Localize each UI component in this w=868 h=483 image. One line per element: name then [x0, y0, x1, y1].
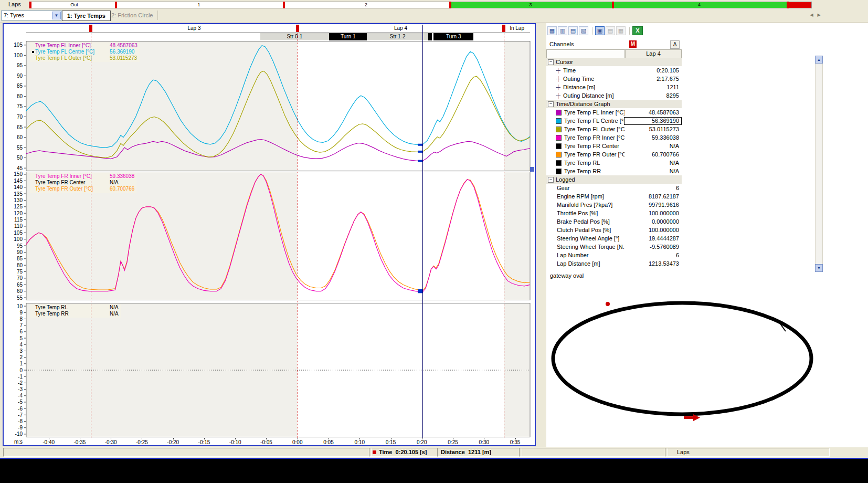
- pane-splitter-handle[interactable]: [530, 167, 534, 172]
- channel-group-label: Logged: [556, 176, 682, 183]
- legend-row[interactable]: Tyre Temp RLN/A: [32, 304, 119, 311]
- lap-strip-marker: [502, 25, 505, 32]
- export-spreadsheet-icon[interactable]: X: [632, 26, 643, 35]
- worksheet-selector[interactable]: 7: Tyres ▼: [1, 10, 62, 20]
- scroll-up-icon[interactable]: ▲: [815, 56, 823, 64]
- tab-scroll-right-icon[interactable]: ▶: [816, 12, 822, 19]
- collapse-icon[interactable]: −: [548, 59, 554, 65]
- laps-bar[interactable]: Out1234: [29, 2, 812, 8]
- tab-tyre-temps[interactable]: 1: Tyre Temps: [62, 10, 111, 21]
- cursor-icon: [555, 85, 561, 90]
- channels-header: Channels M Δ: [549, 41, 707, 48]
- lap-strip-segment[interactable]: [26, 25, 91, 33]
- channel-name: Gear: [557, 185, 624, 191]
- lap-segment[interactable]: 3: [449, 2, 612, 8]
- x-tick-label: -0:10: [229, 439, 241, 445]
- chevron-down-icon[interactable]: ▼: [52, 12, 61, 19]
- time-cursor-line[interactable]: [422, 25, 423, 438]
- channel-colour-swatch: [556, 135, 562, 141]
- channel-name: Distance [m]: [563, 84, 624, 90]
- lap-segment[interactable]: 2: [283, 2, 449, 8]
- graph-front-left-tyre-temps[interactable]: 4550556065707580859095100105Tyre Temp FL…: [4, 41, 533, 171]
- channel-value: 1213.53473: [624, 260, 682, 267]
- column-header-lap[interactable]: Lap 4: [625, 49, 682, 58]
- channel-row[interactable]: Tyre Temp RRN/A: [546, 167, 682, 175]
- svg-text:130: 130: [14, 197, 23, 203]
- scroll-down-icon[interactable]: ▼: [815, 264, 823, 272]
- channel-row[interactable]: Time0:20.105: [546, 66, 682, 75]
- channel-row[interactable]: Steering Wheel Torque [N...-9.5760089: [546, 243, 682, 251]
- legend-row[interactable]: Tyre Temp RRN/A: [32, 311, 119, 317]
- graph-rear-tyre-temps[interactable]: -10-9-8-7-6-5-4-3-2-1012345678910Tyre Te…: [4, 303, 533, 437]
- channel-name: Steering Wheel Angle [°]: [557, 235, 624, 242]
- track-section-segment[interactable]: Str 1-2: [367, 33, 428, 40]
- worksheet-display-icon[interactable]: ▧: [579, 26, 588, 35]
- legend-row[interactable]: Tyre Temp FL Outer [°C]53.0115273: [32, 55, 137, 61]
- layout-components-icon[interactable]: ▦: [547, 26, 557, 35]
- lap-strip-segment[interactable]: Lap 3: [91, 25, 297, 33]
- track-section-segment[interactable]: Str 0-1: [260, 33, 330, 40]
- channel-row[interactable]: Outing Distance [m]8295: [546, 91, 682, 100]
- lap-segment[interactable]: [787, 2, 811, 8]
- legend-row[interactable]: Tyre Temp FL Inner [°C]48.4587063: [32, 43, 137, 49]
- track-section-segment[interactable]: [428, 33, 432, 40]
- channel-row[interactable]: Tyre Temp FL Inner [°C]48.4587063: [546, 108, 682, 117]
- layout-rows-icon[interactable]: ▥: [558, 26, 567, 35]
- channel-row[interactable]: Gear6: [546, 184, 682, 192]
- channel-row[interactable]: Lap Distance [m]1213.53473: [546, 259, 682, 268]
- lap-strip-segment[interactable]: In Lap: [504, 25, 530, 33]
- lap-segment[interactable]: 4: [612, 2, 787, 8]
- graph-front-right-tyre-temps[interactable]: 5560657075808590951001051101151201251301…: [4, 172, 533, 300]
- channel-row[interactable]: Tyre Temp FR Inner [°C]59.336038: [546, 133, 682, 142]
- rear-tyre-temps-plot[interactable]: -10-9-8-7-6-5-4-3-2-1012345678910: [4, 303, 533, 437]
- legend-row[interactable]: Tyre Temp FR Outer [°C]60.700766: [32, 186, 134, 192]
- x-tick-mark: [266, 438, 267, 439]
- channel-value: -9.5760089: [624, 244, 682, 250]
- legend-row[interactable]: Tyre Temp FR CenterN/A: [32, 180, 134, 186]
- delta-mode-icon[interactable]: Δ: [670, 40, 680, 49]
- channel-row[interactable]: Distance [m]1211: [546, 83, 682, 91]
- tab-scroll-left-icon[interactable]: ◀: [808, 12, 815, 19]
- channel-row[interactable]: Tyre Temp FR Outer [°C]60.700766: [546, 150, 682, 159]
- legend-row[interactable]: Tyre Temp FL Centre [°C]56.369190: [32, 49, 137, 55]
- cursor-value-marker: [418, 291, 422, 293]
- channel-row[interactable]: Outing Time2:17.675: [546, 75, 682, 83]
- channel-row[interactable]: Tyre Temp RLN/A: [546, 159, 682, 167]
- lap-segment[interactable]: 1: [115, 2, 283, 8]
- channel-row[interactable]: Throttle Pos [%]100.000000: [546, 209, 682, 217]
- channel-row[interactable]: Steering Wheel Angle [°]19.4444287: [546, 234, 682, 243]
- channel-row[interactable]: Tyre Temp FL Centre [°C]56.369190: [546, 117, 682, 125]
- channel-row[interactable]: Tyre Temp FL Outer [°C]53.0115273: [546, 125, 682, 133]
- track-section-segment[interactable]: Turn 1: [329, 33, 367, 40]
- lap-strip-segment[interactable]: Lap 4: [298, 25, 504, 33]
- collapse-icon[interactable]: −: [548, 101, 554, 107]
- channel-group-row[interactable]: −Cursor: [546, 58, 682, 66]
- channel-row[interactable]: Lap Number6: [546, 251, 682, 259]
- channel-row[interactable]: Brake Pedal Pos [%]0.0000000: [546, 217, 682, 226]
- svg-text:4: 4: [19, 342, 23, 348]
- cursor-value-marker: [418, 160, 422, 162]
- stats-pane-icon[interactable]: ▤: [606, 26, 615, 35]
- track-section-segment[interactable]: Turn 3: [433, 33, 473, 40]
- channel-row[interactable]: Clutch Pedal Pos [%]100.000000: [546, 226, 682, 234]
- channel-row[interactable]: Manifold Pres [?kpa?]99791.9616: [546, 201, 682, 209]
- channel-group-row[interactable]: −Logged: [546, 175, 682, 184]
- display-pair-icon[interactable]: ▤: [568, 26, 578, 35]
- x-axis-unit-label: m:s: [14, 439, 23, 445]
- channel-row[interactable]: Tyre Temp FR CenterN/A: [546, 142, 682, 150]
- channel-row[interactable]: Engine RPM [rpm]8187.62187: [546, 192, 682, 201]
- legend-row[interactable]: Tyre Temp FR Inner [°C]59.336038: [32, 173, 134, 180]
- channel-value: 8295: [624, 92, 682, 99]
- channel-value: 99791.9616: [624, 202, 682, 208]
- tab-friction-circle[interactable]: 2: Friction Circle: [107, 10, 158, 20]
- status-laps: Laps: [665, 448, 830, 457]
- lap-segment[interactable]: Out: [34, 2, 115, 8]
- channels-scrollbar[interactable]: ▲ ▼: [815, 56, 823, 272]
- cursor-icon: [555, 76, 561, 82]
- log-pane-icon[interactable]: ▦: [616, 26, 626, 35]
- channel-group-row[interactable]: −Time/Distance Graph: [546, 100, 682, 108]
- svg-text:9: 9: [19, 310, 23, 316]
- values-pane-icon[interactable]: ▣: [595, 26, 605, 35]
- collapse-icon[interactable]: −: [548, 177, 554, 183]
- track-map[interactable]: [546, 279, 868, 446]
